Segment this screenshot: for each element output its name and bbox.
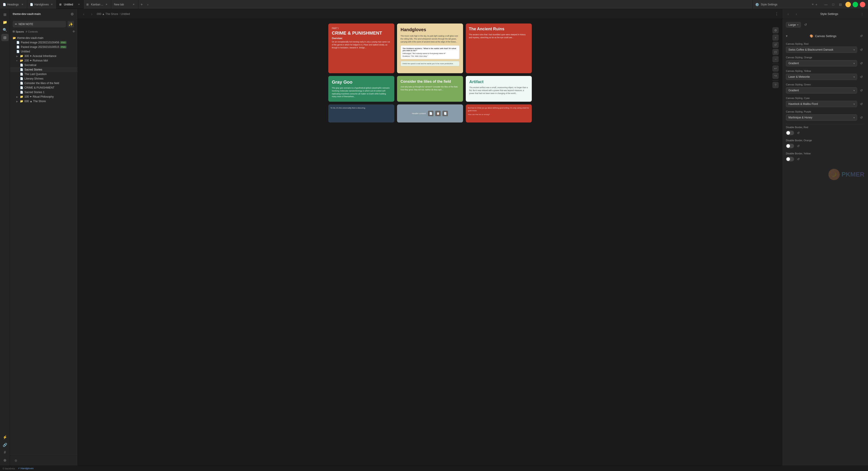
sidebar-item-pasted1[interactable]: 📄 Pasted image 20230210100456 PNG [10,40,78,45]
border-yellow-reset-button[interactable]: ↺ [796,156,801,162]
right-panel-more-menu[interactable]: ⋮ [859,11,865,17]
activity-files-button[interactable]: 📁 [1,19,8,26]
contexts-button[interactable]: # Contexts [26,30,38,33]
toolbar-more-menu[interactable]: ⋮ [774,11,779,17]
disable-border-orange-toggle[interactable] [786,144,794,148]
spaces-button[interactable]: ⊟ Spaces [13,30,24,33]
disable-border-yellow-toggle[interactable] [786,157,794,161]
window-minimize-button[interactable] [845,2,851,7]
add-tab-button[interactable]: + [138,0,145,9]
tab-bar: 📄 Headings ✕ 📄 Handgloves ✕ ⊞ Untitled ✕… [0,0,752,9]
sidebar-settings-icon[interactable]: ⚙ [72,30,75,33]
activity-tag-button[interactable]: # [1,449,8,456]
sidebar-item-crime[interactable]: 📄 CRIME & PUNISHMENT [10,86,78,90]
canvas-red-reset-button[interactable]: ↺ [859,47,864,53]
tab-kanban[interactable]: ⊞ Kanban ... ✕ [84,0,111,9]
tab-close-kanban[interactable]: ✕ [105,3,108,6]
canvas-green-dropdown[interactable]: Gradient ▾ [786,87,857,94]
canvas-card-ruins[interactable]: The Ancient Ruins The ancient ruins that… [466,24,532,73]
canvas-orange-dropdown[interactable]: Gradient ▾ [786,60,857,66]
window-maximize-button[interactable] [852,2,858,7]
activity-links-button[interactable]: 🔗 [1,441,8,448]
canvas-orange-reset-button[interactable]: ↺ [859,60,864,66]
activity-grid-button[interactable]: ⊟ [1,34,8,41]
canvas-card-small1[interactable]: To me, it's this universality that is ob… [328,104,394,123]
vault-name[interactable]: theme-dev-vault-main [13,12,41,15]
add-panel-tab-button[interactable]: + [815,3,817,6]
zoom-reset-button[interactable]: ↺ [772,41,779,48]
canvas-settings-button[interactable]: ⚙ [772,27,779,33]
canvas-card-handgloves[interactable]: Handgloves The moon rode high in the sky… [397,24,463,73]
tab-untitled[interactable]: ⊞ Untitled ✕ [57,0,84,9]
canvas-yellow-dropdown[interactable]: Laser & Meteorite ▾ [786,74,857,80]
sidebar-item-label-sacred1: Sacred Stories 1 [24,91,44,94]
zoom-fit-button[interactable]: ⊡ [772,49,779,55]
back-button[interactable]: ‹ [81,11,87,17]
style-settings-tab-close[interactable]: ✕ [812,3,814,6]
canvas-red-dropdown[interactable]: Swiss Coffee & Blackcurrent Damask ▾ [786,46,857,53]
new-note-button[interactable]: ✏ NEW NOTE [13,21,66,27]
canvas-card-crime[interactable]: PART I CRIME & PUNISHMENT Overview: On a… [328,24,394,73]
zoom-out-button[interactable]: − [772,56,779,62]
sidebar-item-literary[interactable]: 📄 Literary Shrines [10,76,78,81]
sidebar-item-ritual[interactable]: ▶ 📁 100 ✦ Ritual Philosophy [10,94,78,99]
sidebar-item-consider[interactable]: 📄 Consider the lilies of the field [10,81,78,86]
redo-button[interactable]: ↪ [772,72,779,79]
activity-search-button[interactable]: 🔍 [1,26,8,33]
expand-icon: □ [830,1,836,8]
activity-star-button[interactable]: ⚡ [1,434,8,441]
more-tabs-button[interactable]: › [145,0,151,9]
sidebar-display-button[interactable]: ✨ [68,21,74,27]
canvas-card-small3[interactable]: But how is it that you go about defining… [466,104,532,123]
canvas-card-small2[interactable]: Header content 📄 📋 📑 [397,104,463,123]
canvas-card-artifact[interactable]: Artifact The ancient artifact was a smal… [466,76,532,102]
right-panel-back-button[interactable]: ‹ [785,11,792,17]
sidebar-toggle-icon[interactable]: ⊟ [837,1,844,8]
tab-headings[interactable]: 📄 Headings ✕ [0,0,27,9]
tab-close-newtab[interactable]: ✕ [132,3,135,6]
canvas-yellow-reset-button[interactable]: ↺ [859,74,864,80]
sidebar-item-ruinous[interactable]: ▾ 📂 200 ✦ Ruinous Idol [10,58,78,63]
canvas-purple-reset-button[interactable]: ↺ [859,115,864,121]
setting-label-purple: Canvas Styling, Purple [786,110,864,113]
tab-newtab[interactable]: New tab ✕ [111,0,138,9]
help-button[interactable]: ? [772,82,779,88]
canvas-content[interactable]: PART I CRIME & PUNISHMENT Overview: On a… [78,19,782,466]
sidebar-item-lastq[interactable]: 📄 The Last Question [10,72,78,76]
canvas-card-graygoo[interactable]: Gray Goo The gray goo scenario is a hypo… [328,76,394,102]
tab-handgloves[interactable]: 📄 Handgloves ✕ [27,0,57,9]
right-panel-forward-button[interactable]: › [793,11,800,17]
sidebar-item-sacred1[interactable]: 📄 Sacred Stories 1 [10,90,78,94]
zoom-in-button[interactable]: + [772,34,779,41]
vault-settings-icon[interactable]: ⚙ [69,11,75,17]
sidebar-item-shore[interactable]: ▶ 📁 000 ▲ The Shore [10,99,78,103]
sidebar-item-socratical[interactable]: 📄 Socratical [10,63,78,67]
tab-close-untitled[interactable]: ✕ [77,3,81,6]
toggle-knob-orange [786,144,790,148]
settings-button[interactable]: ⚙ [13,458,19,464]
sidebar-item-acausal[interactable]: ▶ 📁 300 ✦ Acausal Inheritance [10,54,78,58]
tab-close-headings[interactable]: ✕ [21,3,24,6]
canvas-settings-toggle[interactable]: ▾ [786,34,787,38]
canvas-purple-dropdown[interactable]: Martinique & Honey ▾ [786,114,857,121]
sidebar-item-sacred[interactable]: 📄 Sacred Stories [10,67,78,72]
canvas-cyan-reset-button[interactable]: ↺ [859,101,864,107]
size-reset-button[interactable]: ↺ [803,22,809,28]
disable-border-red-toggle[interactable] [786,131,794,135]
undo-button[interactable]: ↩ [772,65,779,72]
canvas-green-reset-button[interactable]: ↺ [859,88,864,93]
activity-layout-button[interactable]: ⊞ [1,11,8,18]
window-close-button[interactable] [860,2,865,7]
forward-button[interactable]: › [89,11,95,17]
canvas-card-consider[interactable]: Consider the lilies of the field And why… [397,76,463,102]
bottom-link[interactable]: ↗ Handgloves [18,467,33,470]
sidebar-item-pasted2[interactable]: 📄 Pasted image 20230210100515 PNG [10,45,78,49]
border-red-reset-button[interactable]: ↺ [796,130,801,136]
border-orange-reset-button[interactable]: ↺ [796,143,801,149]
tab-close-handgloves[interactable]: ✕ [50,3,54,6]
canvas-cyan-dropdown[interactable]: Havelock & Malibu Fiord ▾ [786,101,857,107]
canvas-settings-reset-button[interactable]: ↺ [859,33,864,39]
activity-plugin-button[interactable]: ⊕ [1,457,8,464]
size-dropdown[interactable]: Large ▾ [786,22,801,28]
sidebar-item-untitled[interactable]: 📄 Untitled [10,49,78,54]
